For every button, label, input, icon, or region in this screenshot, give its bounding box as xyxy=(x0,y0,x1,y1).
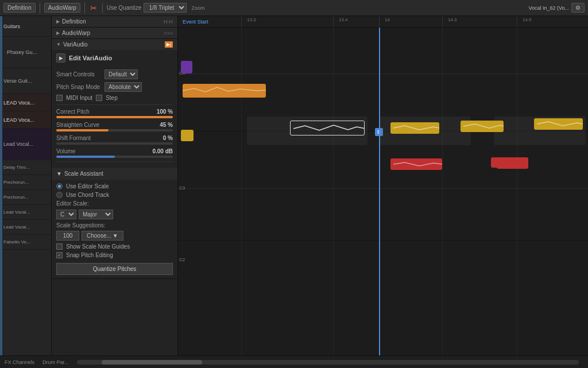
track-item-guitars[interactable]: Guitars xyxy=(0,16,51,37)
inspector-variaudio-content: Smart Controls Default Pitch Snap Mode A… xyxy=(52,66,177,168)
track-item-prechorun2[interactable]: Prechorun... xyxy=(0,190,51,205)
inspector-audiowarp-header[interactable]: ▶ AudioWarp >>> xyxy=(52,28,177,38)
snap-pitch-checkbox[interactable]: ✓ xyxy=(56,252,63,258)
edit-variaudio-button[interactable]: ▶ Edit VariAudio xyxy=(52,50,177,66)
track-name-lead1: LEAD Voca... xyxy=(3,100,34,106)
toolbar-audiowarp-btn[interactable]: AudioWarp xyxy=(44,3,80,13)
ruler-tick-1 xyxy=(241,16,242,27)
audiowarp-arrow-icon: ▶ xyxy=(56,30,60,36)
choose-button[interactable]: Choose... ▼ xyxy=(82,231,123,241)
note-yellow-mr[interactable] xyxy=(461,121,504,132)
toolbar-settings-btn[interactable]: ⚙ xyxy=(571,3,585,13)
ruler-tick-4 xyxy=(442,16,443,27)
zoom-label: Zoom xyxy=(191,5,204,11)
ruler-tick-2 xyxy=(333,16,334,27)
track-name-leadvoca: Lead Vocal... xyxy=(3,141,33,147)
note-red-mr[interactable] xyxy=(497,157,528,169)
track-item-verse[interactable]: Verse Guit... xyxy=(0,68,51,94)
track-item-phasey[interactable]: Phasey Gu... xyxy=(0,37,51,68)
note-red-1[interactable] xyxy=(390,158,442,170)
straighten-label: Straighten Curve xyxy=(56,122,99,128)
ruler-14-3: 14.3 xyxy=(448,17,457,22)
midi-input-label: MIDI Input xyxy=(66,95,92,101)
editor-scale-row: Editor Scale: xyxy=(56,200,173,207)
track-item-lead-vocal4[interactable]: Lead Vocal... xyxy=(0,220,51,235)
track-list: Guitars Phasey Gu... Verse Guit... LEAD … xyxy=(0,16,52,355)
straighten-slider[interactable] xyxy=(56,129,173,131)
track-name-phasey: Phasey Gu... xyxy=(7,49,37,55)
correct-pitch-slider[interactable] xyxy=(56,116,173,118)
editor-area: Event Start 13.3 13.4 14 14.3 14.5 xyxy=(178,16,588,355)
inspector-variaudio-header[interactable]: ▼ VariAudio ▶| xyxy=(52,39,177,50)
grid-v-4 xyxy=(442,28,443,355)
note-purple-1[interactable] xyxy=(181,61,192,73)
inspector-definition-header[interactable]: ▶ Definition H-H xyxy=(52,16,177,27)
quantize-select[interactable]: 1/8 Triplet 1/4 1/8 1/16 xyxy=(144,3,187,13)
grid-h-c4 xyxy=(178,73,588,74)
use-chord-track-radio[interactable] xyxy=(56,192,63,198)
bottom-label: FX Channels xyxy=(5,359,34,365)
variaudio-label: VariAudio xyxy=(63,41,88,48)
editor-scale-label: Editor Scale: xyxy=(56,200,91,207)
volume-slider-row: Volume 0.00 dB xyxy=(56,148,173,158)
volume-val: 0.00 dB xyxy=(152,148,173,154)
ruler-tick-3 xyxy=(379,16,380,27)
scale-type-select[interactable]: Major xyxy=(79,210,113,219)
track-name-lv4: Lead Vocal... xyxy=(3,224,30,230)
track-item-lead-voca[interactable]: Lead Vocal... xyxy=(0,129,51,160)
toolbar-divider-2 xyxy=(84,3,85,13)
inspector-divider-1 xyxy=(56,104,173,105)
show-scale-guides-checkbox[interactable] xyxy=(56,243,63,250)
note-yellow-fr1[interactable] xyxy=(534,118,583,130)
smart-controls-select[interactable]: Default xyxy=(105,69,138,79)
note-orange-wave xyxy=(183,84,266,98)
correct-pitch-label-row: Correct Pitch 100 % xyxy=(56,109,173,115)
shift-formant-slider[interactable] xyxy=(56,142,173,145)
track-name-verse: Verse Guit... xyxy=(3,78,32,84)
smart-controls-row: Smart Controls Default xyxy=(56,69,173,79)
pitch-snap-select[interactable]: Absolute xyxy=(105,82,142,92)
track-item-falsetto[interactable]: Falsetto Vo... xyxy=(0,235,51,250)
scale-root-select[interactable]: C xyxy=(56,210,76,219)
track-name-lv3: Lead Vocal... xyxy=(3,210,30,215)
inspector-audiowarp-section: ▶ AudioWarp >>> xyxy=(52,28,177,39)
straighten-label-row: Straighten Curve 45 % xyxy=(56,122,173,128)
shift-formant-slider-row: Shift Formant 0 % xyxy=(56,135,173,145)
volume-slider[interactable] xyxy=(56,156,173,158)
scale-suggest-value: 100 xyxy=(56,231,79,241)
note-orange-main[interactable] xyxy=(183,84,266,98)
track-item-lead-voc-2[interactable]: LEAD Voca... xyxy=(0,111,51,129)
correct-pitch-val: 100 % xyxy=(157,109,173,115)
scale-assistant-content: Use Editor Scale Use Chord Track Editor … xyxy=(52,180,177,278)
volume-label-row: Volume 0.00 dB xyxy=(56,148,173,154)
note-yellow-left[interactable] xyxy=(181,130,194,141)
track-item-lead-voc-1[interactable]: LEAD Voca... xyxy=(0,94,51,111)
pitch-snap-row: Pitch Snap Mode Absolute xyxy=(56,82,173,92)
grid-v-2 xyxy=(333,28,334,355)
definition-label: Definition xyxy=(62,18,86,25)
main-area: Guitars Phasey Gu... Verse Guit... LEAD … xyxy=(0,16,588,355)
step-checkbox[interactable] xyxy=(96,95,102,101)
midi-input-checkbox[interactable] xyxy=(56,95,63,101)
choose-label: Choose... xyxy=(87,233,111,239)
toolbar-definition-btn[interactable]: Definition xyxy=(3,3,36,13)
show-scale-guides-row: Show Scale Note Guides xyxy=(56,243,173,250)
grid-h-bot xyxy=(178,240,588,241)
note-white-mid[interactable] xyxy=(290,121,365,135)
volume-fill xyxy=(56,156,115,158)
correct-pitch-label: Correct Pitch xyxy=(56,109,90,115)
editor-canvas[interactable]: C4 C3 C2 S xyxy=(178,28,588,355)
track-item-delay[interactable]: Delay Thro... xyxy=(0,160,51,175)
scale-assistant-label: Scale Assistant xyxy=(64,171,103,177)
c2-label: C2 xyxy=(179,257,185,262)
track-name-guitars: Guitars xyxy=(3,24,20,29)
track-item-lead-vocal3[interactable]: Lead Vocal... xyxy=(0,205,51,220)
scale-assistant-header[interactable]: ▼ Scale Assistant xyxy=(52,168,177,180)
quantize-pitches-button[interactable]: Quantize Pitches xyxy=(56,263,173,275)
note-white-wave xyxy=(291,121,364,135)
note-yellow-r1[interactable] xyxy=(390,122,439,134)
track-item-prechorun[interactable]: Prechorun... xyxy=(0,175,51,190)
bottom-scrollbar[interactable] xyxy=(77,360,579,365)
use-editor-scale-radio[interactable] xyxy=(56,183,63,189)
snap-pitch-label: Snap Pitch Editing xyxy=(66,252,113,258)
